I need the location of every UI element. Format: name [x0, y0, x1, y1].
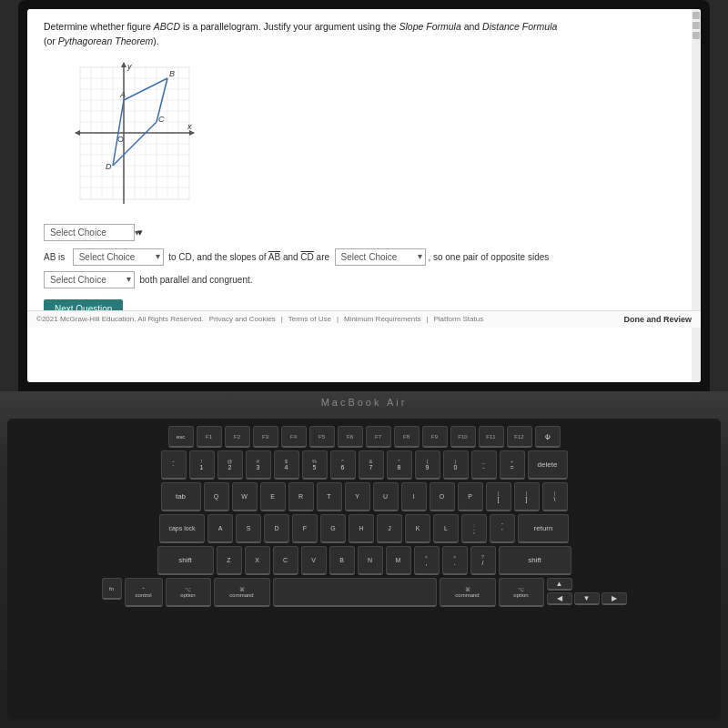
select-choice-4[interactable]: Select Choice	[44, 271, 135, 288]
key-comma[interactable]: <,	[414, 546, 440, 575]
key-delete[interactable]: delete	[528, 450, 568, 480]
key-f1[interactable]: F1	[197, 426, 222, 448]
chevron-down-icon-1: ▾	[137, 227, 143, 238]
key-return[interactable]: return	[518, 514, 569, 543]
key-backslash[interactable]: |\	[542, 482, 568, 511]
key-minus[interactable]: _-	[471, 450, 497, 480]
key-tab[interactable]: tab	[161, 482, 201, 511]
key-6[interactable]: ^6	[330, 450, 356, 480]
key-m[interactable]: M	[386, 546, 411, 575]
key-arrow-up[interactable]: ▲	[547, 578, 572, 591]
sentence-to-cd: to CD, and the slopes of AB and CD are	[168, 252, 329, 262]
key-command-left[interactable]: ⌘ command	[214, 578, 270, 607]
key-u[interactable]: U	[373, 482, 399, 511]
key-arrow-down[interactable]: ▼	[574, 592, 600, 605]
key-l[interactable]: L	[433, 514, 459, 543]
footer-bar: ©2021 McGraw-Hill Education. All Rights …	[27, 310, 701, 328]
svg-text:y: y	[126, 62, 132, 71]
key-f4[interactable]: F4	[281, 426, 307, 448]
key-arrow-left[interactable]: ◀	[547, 592, 572, 605]
done-review-button[interactable]: Done and Review	[623, 315, 692, 324]
key-q[interactable]: Q	[204, 482, 229, 511]
key-r[interactable]: R	[288, 482, 314, 511]
key-y[interactable]: Y	[345, 482, 370, 511]
key-semicolon[interactable]: :;	[461, 514, 487, 543]
key-i[interactable]: I	[401, 482, 427, 511]
key-power[interactable]: ⏻	[535, 426, 561, 448]
key-rbracket[interactable]: }]	[514, 482, 540, 511]
separator-3: |	[426, 315, 428, 323]
key-t[interactable]: T	[317, 482, 342, 511]
key-g[interactable]: G	[320, 514, 346, 543]
graph-container: y x O A	[62, 58, 203, 213]
key-v[interactable]: V	[301, 546, 327, 575]
key-z[interactable]: Z	[217, 546, 242, 575]
key-quote[interactable]: "'	[490, 514, 515, 543]
select-choice-3[interactable]: Select Choice	[335, 248, 426, 266]
key-row-asdf: caps lock A S D F G H J K L :; "' return	[13, 514, 715, 543]
key-fn[interactable]: fn	[102, 578, 122, 600]
page-content: Determine whether figure ABCD is a paral…	[27, 9, 701, 328]
key-arrow-right[interactable]: ▶	[602, 592, 627, 605]
key-backtick[interactable]: ~`	[161, 450, 187, 480]
platform-status-link[interactable]: Platform Status	[434, 315, 484, 323]
select-wrapper-1[interactable]: Select Choice ▾	[44, 224, 143, 241]
key-f10[interactable]: F10	[450, 426, 476, 448]
key-j[interactable]: J	[377, 514, 402, 543]
key-capslock[interactable]: caps lock	[159, 514, 205, 543]
key-p[interactable]: P	[458, 482, 483, 511]
key-4[interactable]: $4	[274, 450, 299, 480]
key-period[interactable]: >.	[442, 546, 468, 575]
key-space[interactable]	[273, 578, 437, 607]
min-req-link[interactable]: Minimum Requirements	[344, 315, 420, 323]
key-f9[interactable]: F9	[422, 426, 448, 448]
key-h[interactable]: H	[349, 514, 374, 543]
key-w[interactable]: W	[232, 482, 258, 511]
key-9[interactable]: (9	[415, 450, 440, 480]
key-k[interactable]: K	[405, 514, 430, 543]
screen-content: Determine whether figure ABCD is a paral…	[27, 9, 701, 382]
key-0[interactable]: )0	[443, 450, 469, 480]
select-wrapper-3[interactable]: Select Choice	[335, 248, 426, 266]
key-shift-right[interactable]: shift	[499, 546, 571, 575]
key-b[interactable]: B	[329, 546, 355, 575]
key-f[interactable]: F	[292, 514, 318, 543]
key-a[interactable]: A	[207, 514, 233, 543]
key-o[interactable]: O	[430, 482, 455, 511]
key-f2[interactable]: F2	[225, 426, 250, 448]
select-wrapper-4[interactable]: Select Choice	[44, 271, 135, 288]
key-command-right[interactable]: ⌘ command	[440, 578, 496, 607]
key-f11[interactable]: F11	[479, 426, 504, 448]
key-f7[interactable]: F7	[366, 426, 391, 448]
key-d[interactable]: D	[264, 514, 289, 543]
key-c[interactable]: C	[273, 546, 298, 575]
key-lbracket[interactable]: {[	[486, 482, 511, 511]
key-equals[interactable]: +=	[500, 450, 525, 480]
key-slash[interactable]: ?/	[470, 546, 496, 575]
key-n[interactable]: N	[358, 546, 383, 575]
key-f5[interactable]: F5	[309, 426, 335, 448]
key-f3[interactable]: F3	[253, 426, 278, 448]
key-shift-left[interactable]: shift	[157, 546, 214, 575]
key-2[interactable]: @2	[217, 450, 243, 480]
key-option-right[interactable]: ⌥ option	[499, 578, 544, 607]
key-option-left[interactable]: ⌥ option	[166, 578, 211, 607]
key-f6[interactable]: F6	[338, 426, 363, 448]
key-5[interactable]: %5	[302, 450, 328, 480]
key-f8[interactable]: F8	[394, 426, 420, 448]
select-choice-2[interactable]: Select Choice	[73, 248, 164, 266]
key-f12[interactable]: F12	[507, 426, 532, 448]
key-x[interactable]: X	[245, 546, 270, 575]
terms-link[interactable]: Terms of Use	[288, 315, 331, 323]
privacy-link[interactable]: Privacy and Cookies	[209, 315, 276, 323]
key-control[interactable]: ⌃ control	[125, 578, 163, 607]
key-s[interactable]: S	[236, 514, 261, 543]
key-3[interactable]: #3	[246, 450, 271, 480]
select-wrapper-2[interactable]: Select Choice	[73, 248, 164, 266]
key-esc[interactable]: esc	[168, 426, 194, 448]
key-e[interactable]: E	[260, 482, 286, 511]
key-8[interactable]: *8	[387, 450, 412, 480]
key-7[interactable]: &7	[359, 450, 384, 480]
select-choice-1[interactable]: Select Choice	[44, 224, 135, 241]
key-1[interactable]: !1	[189, 450, 215, 480]
